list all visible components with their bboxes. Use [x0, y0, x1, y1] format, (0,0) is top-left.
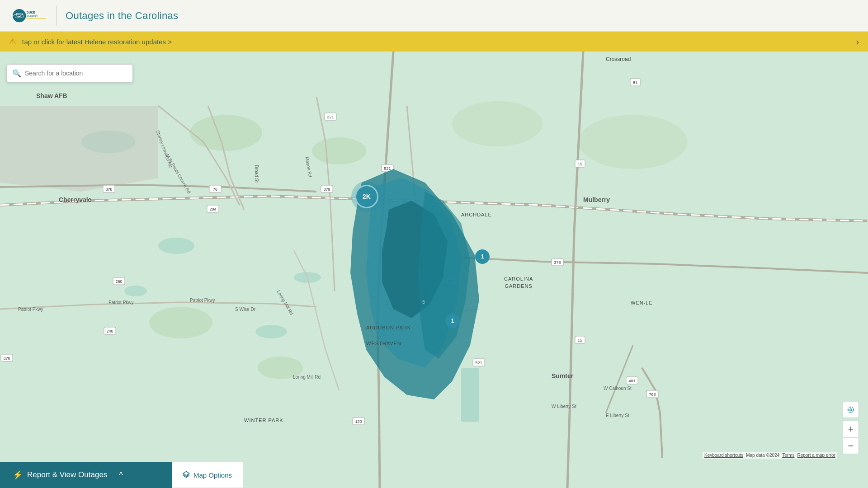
- alert-chevron: ›: [856, 37, 859, 47]
- svg-text:240: 240: [106, 329, 113, 333]
- svg-text:DUKE: DUKE: [27, 11, 35, 14]
- svg-point-8: [158, 238, 194, 254]
- svg-text:370: 370: [3, 356, 10, 361]
- cluster-1a[interactable]: 1: [475, 249, 490, 264]
- report-label: Report & View Outages: [27, 470, 107, 479]
- map-background: 321 378 378 204 76 379 521 521 260 240 3…: [0, 52, 868, 488]
- page-title: Outages in the Carolinas: [66, 10, 178, 22]
- svg-text:81: 81: [633, 80, 637, 85]
- duke-energy-logo: DUKE ENERGY DUKE ENERGY: [11, 6, 47, 26]
- svg-point-18: [149, 307, 212, 338]
- svg-point-62: [848, 407, 854, 413]
- search-input[interactable]: [25, 70, 127, 77]
- map-data: Map data ©2024: [746, 453, 779, 458]
- svg-text:5: 5: [422, 299, 425, 305]
- svg-point-16: [452, 101, 542, 146]
- layers-icon: [183, 471, 190, 479]
- alert-text: Tap or click for latest Helene restorati…: [21, 38, 856, 46]
- logo-area: DUKE ENERGY DUKE ENERGY: [11, 6, 57, 26]
- zoom-out-button[interactable]: −: [843, 438, 859, 454]
- svg-text:15: 15: [578, 162, 582, 166]
- svg-rect-11: [461, 368, 479, 422]
- svg-text:76: 76: [213, 187, 217, 192]
- svg-text:763: 763: [649, 392, 656, 397]
- svg-text:401: 401: [628, 379, 635, 383]
- locate-button[interactable]: [843, 402, 859, 418]
- keyboard-shortcuts[interactable]: Keyboard shortcuts: [704, 453, 743, 458]
- svg-point-9: [255, 325, 287, 338]
- cluster-1b[interactable]: 1: [445, 314, 460, 328]
- report-icon: ⚡: [13, 470, 23, 480]
- svg-marker-13: [0, 106, 158, 192]
- svg-text:120: 120: [355, 419, 362, 424]
- report-outages-button[interactable]: ⚡ Report & View Outages ^: [0, 462, 172, 488]
- svg-rect-5: [26, 18, 46, 19]
- terms-link[interactable]: Terms: [782, 453, 794, 458]
- header: DUKE ENERGY DUKE ENERGY Outages in the C…: [0, 0, 868, 32]
- alert-icon: ⚠: [9, 37, 16, 47]
- svg-text:260: 260: [115, 279, 122, 284]
- zoom-in-button[interactable]: +: [843, 421, 859, 437]
- cluster-2k[interactable]: 2K: [355, 185, 378, 208]
- svg-point-19: [258, 357, 303, 379]
- search-icon: 🔍: [12, 69, 21, 78]
- search-box[interactable]: 🔍: [6, 64, 133, 82]
- map-container[interactable]: 321 378 378 204 76 379 521 521 260 240 3…: [0, 52, 868, 488]
- svg-point-14: [190, 115, 262, 151]
- svg-text:379: 379: [323, 187, 330, 192]
- map-controls: + −: [843, 402, 859, 454]
- map-attribution: Keyboard shortcuts Map data ©2024 Terms …: [703, 452, 837, 459]
- map-options-button[interactable]: Map Options: [172, 462, 243, 488]
- svg-point-15: [312, 137, 366, 164]
- report-error-link[interactable]: Report a map error: [797, 453, 835, 458]
- svg-point-12: [124, 286, 147, 296]
- alert-banner[interactable]: ⚠ Tap or click for latest Helene restora…: [0, 32, 868, 52]
- cluster-1a-label: 1: [481, 253, 484, 260]
- svg-text:378: 378: [554, 260, 561, 265]
- bottom-bar: ⚡ Report & View Outages ^ Map Options: [0, 462, 868, 488]
- svg-text:378: 378: [105, 187, 112, 192]
- cluster-1b-label: 1: [451, 318, 454, 324]
- svg-text:ENERGY: ENERGY: [27, 15, 38, 18]
- chevron-up-icon: ^: [119, 470, 123, 480]
- svg-text:204: 204: [209, 207, 216, 211]
- map-options-label: Map Options: [193, 471, 232, 479]
- svg-text:521: 521: [475, 361, 482, 365]
- svg-point-61: [850, 409, 852, 411]
- svg-text:321: 321: [327, 115, 334, 119]
- svg-text:521: 521: [384, 166, 391, 171]
- svg-point-17: [579, 115, 687, 169]
- cluster-2k-label: 2K: [363, 193, 371, 200]
- svg-text:15: 15: [578, 338, 582, 343]
